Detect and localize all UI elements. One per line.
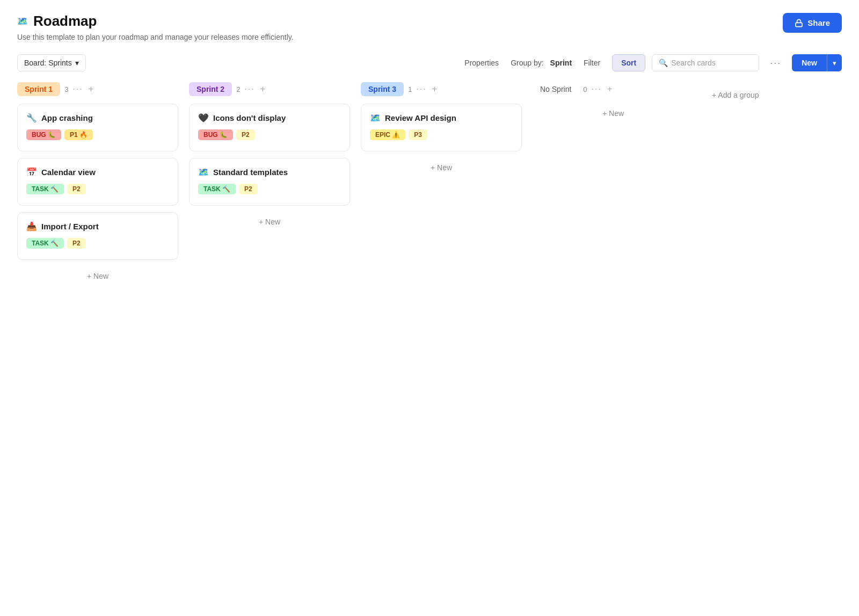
column-count-nosprint: 0: [583, 85, 587, 93]
tag-sprint1-0-1: P1 🔥: [64, 129, 93, 140]
lock-icon: [795, 19, 803, 27]
column-add-nosprint[interactable]: +: [606, 84, 613, 94]
tag-sprint1-2-1: P2: [67, 238, 86, 249]
tag-sprint3-0-1: P3: [409, 129, 427, 140]
card-sprint1-1[interactable]: 📅Calendar viewTASK 🔨P2: [17, 158, 178, 206]
properties-button[interactable]: Properties: [459, 55, 504, 71]
board-select[interactable]: Board: Sprints ▾: [17, 54, 86, 71]
add-group-button[interactable]: + Add a group: [704, 85, 767, 105]
column-sprint3: Sprint 31···+🗺️Review API designEPIC ⚠️P…: [361, 82, 522, 177]
card-sprint3-0[interactable]: 🗺️Review API designEPIC ⚠️P3: [361, 104, 522, 151]
tag-sprint1-2-0: TASK 🔨: [26, 238, 64, 249]
card-icon-sprint2-0: 🖤: [198, 113, 209, 123]
card-icon-sprint2-1: 🗺️: [198, 167, 209, 177]
card-tags-sprint2-0: BUG 🐛P2: [198, 129, 341, 142]
card-title-sprint2-1: 🗺️Standard templates: [198, 167, 341, 177]
card-tags-sprint3-0: EPIC ⚠️P3: [370, 129, 513, 142]
column-header-nosprint: No Sprint0···+: [533, 82, 694, 96]
card-title-sprint1-0: 🔧App crashing: [26, 113, 169, 123]
card-sprint1-2[interactable]: 📥Import / ExportTASK 🔨P2: [17, 212, 178, 260]
groupby-label: Group by:: [511, 59, 543, 67]
column-header-sprint3: Sprint 31···+: [361, 82, 522, 96]
column-sprint2: Sprint 22···+🖤Icons don't displayBUG 🐛P2…: [189, 82, 350, 231]
search-icon: 🔍: [659, 59, 668, 67]
column-menu-sprint2[interactable]: ···: [244, 84, 254, 94]
card-tags-sprint1-2: TASK 🔨P2: [26, 238, 169, 251]
column-menu-sprint3[interactable]: ···: [416, 84, 426, 94]
card-title-text-sprint3-0: Review API design: [385, 113, 456, 122]
tag-sprint1-1-1: P2: [67, 184, 86, 194]
card-icon-sprint3-0: 🗺️: [370, 113, 381, 123]
new-button-group: New ▾: [792, 54, 842, 71]
card-title-text-sprint2-0: Icons don't display: [213, 113, 286, 122]
card-title-text-sprint1-1: Calendar view: [41, 168, 96, 177]
tag-sprint2-1-1: P2: [239, 184, 258, 194]
card-title-sprint1-2: 📥Import / Export: [26, 221, 169, 231]
groupby-value: Sprint: [550, 59, 572, 67]
column-add-sprint3[interactable]: +: [431, 84, 438, 94]
page-subtitle: Use this template to plan your roadmap a…: [17, 33, 294, 41]
tag-sprint2-1-0: TASK 🔨: [198, 184, 236, 194]
card-sprint2-1[interactable]: 🗺️Standard templatesTASK 🔨P2: [189, 158, 350, 206]
page-title: Roadmap: [33, 13, 97, 30]
search-box[interactable]: 🔍 Search cards: [652, 54, 759, 71]
add-new-sprint3[interactable]: + New: [361, 158, 522, 177]
search-placeholder: Search cards: [671, 59, 715, 67]
sprint-badge-sprint3: Sprint 3: [361, 82, 404, 96]
column-count-sprint3: 1: [408, 85, 412, 93]
card-sprint1-0[interactable]: 🔧App crashingBUG 🐛P1 🔥: [17, 104, 178, 151]
column-count-sprint1: 3: [64, 85, 68, 93]
column-sprint1: Sprint 13···+🔧App crashingBUG 🐛P1 🔥📅Cale…: [17, 82, 178, 286]
card-tags-sprint2-1: TASK 🔨P2: [198, 184, 341, 197]
card-tags-sprint1-0: BUG 🐛P1 🔥: [26, 129, 169, 142]
share-button[interactable]: Share: [783, 13, 842, 33]
chevron-down-icon: ▾: [75, 59, 79, 67]
card-title-sprint1-1: 📅Calendar view: [26, 167, 169, 177]
toolbar: Board: Sprints ▾ Properties Group by: Sp…: [17, 54, 842, 71]
more-options-button[interactable]: ···: [766, 55, 785, 71]
share-label: Share: [807, 18, 830, 27]
new-button[interactable]: New: [792, 54, 827, 71]
title-row: 🗺️ Roadmap: [17, 13, 294, 30]
column-nosprint: No Sprint0···++ New: [533, 82, 694, 123]
card-icon-sprint1-1: 📅: [26, 167, 37, 177]
board-label: Board: Sprints: [24, 59, 72, 67]
header: 🗺️ Roadmap Use this template to plan you…: [17, 13, 842, 41]
card-title-text-sprint1-2: Import / Export: [41, 222, 99, 231]
add-new-nosprint[interactable]: + New: [533, 104, 694, 123]
column-menu-sprint1[interactable]: ···: [72, 84, 83, 94]
header-left: 🗺️ Roadmap Use this template to plan you…: [17, 13, 294, 41]
card-title-sprint3-0: 🗺️Review API design: [370, 113, 513, 123]
tag-sprint1-1-0: TASK 🔨: [26, 184, 64, 194]
sort-button[interactable]: Sort: [612, 54, 645, 71]
add-new-sprint1[interactable]: + New: [17, 266, 178, 286]
page: 🗺️ Roadmap Use this template to plan you…: [0, 0, 859, 309]
column-count-sprint2: 2: [236, 85, 240, 93]
page-icon: 🗺️: [17, 16, 28, 26]
filter-button[interactable]: Filter: [578, 55, 606, 71]
card-title-sprint2-0: 🖤Icons don't display: [198, 113, 341, 123]
sprint-badge-nosprint: No Sprint: [533, 82, 579, 96]
tag-sprint3-0-0: EPIC ⚠️: [370, 129, 405, 140]
svg-rect-0: [796, 23, 802, 26]
sprint-badge-sprint1: Sprint 1: [17, 82, 60, 96]
board: Sprint 13···+🔧App crashingBUG 🐛P1 🔥📅Cale…: [17, 82, 842, 296]
column-header-sprint2: Sprint 22···+: [189, 82, 350, 96]
card-sprint2-0[interactable]: 🖤Icons don't displayBUG 🐛P2: [189, 104, 350, 151]
card-title-text-sprint2-1: Standard templates: [213, 168, 288, 177]
card-tags-sprint1-1: TASK 🔨P2: [26, 184, 169, 197]
card-title-text-sprint1-0: App crashing: [41, 113, 93, 122]
column-add-sprint1[interactable]: +: [88, 84, 94, 94]
add-new-sprint2[interactable]: + New: [189, 212, 350, 231]
new-caret-button[interactable]: ▾: [827, 54, 842, 71]
sprint-badge-sprint2: Sprint 2: [189, 82, 232, 96]
column-menu-nosprint[interactable]: ···: [592, 84, 602, 94]
column-add-sprint2[interactable]: +: [259, 84, 266, 94]
tag-sprint1-0-0: BUG 🐛: [26, 129, 61, 140]
card-icon-sprint1-0: 🔧: [26, 113, 37, 123]
tag-sprint2-0-1: P2: [236, 129, 255, 140]
card-icon-sprint1-2: 📥: [26, 221, 37, 231]
add-group-column: + Add a group: [704, 82, 767, 105]
tag-sprint2-0-0: BUG 🐛: [198, 129, 233, 140]
column-header-sprint1: Sprint 13···+: [17, 82, 178, 96]
